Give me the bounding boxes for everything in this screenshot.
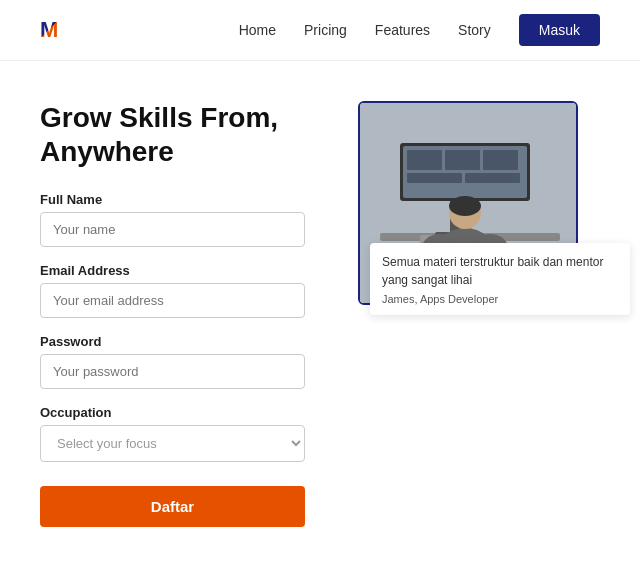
password-input[interactable] <box>40 354 305 389</box>
navbar: M Home Pricing Features Story Masuk <box>0 0 640 61</box>
hero-title: Grow Skills From,Anywhere <box>40 101 305 168</box>
testimonial-author: James, Apps Developer <box>382 293 618 305</box>
svg-rect-8 <box>483 150 518 170</box>
testimonial-text: Semua materi terstruktur baik dan mentor… <box>382 253 618 289</box>
email-group: Email Address <box>40 263 305 318</box>
masuk-button[interactable]: Masuk <box>519 14 600 46</box>
hero-title-bold: Grow Skills <box>40 102 193 133</box>
logo: M <box>40 17 60 43</box>
svg-rect-7 <box>445 150 480 170</box>
hero-form-area: Grow Skills From,Anywhere Full Name Emai… <box>40 101 305 527</box>
nav-features[interactable]: Features <box>375 22 430 38</box>
svg-rect-6 <box>407 150 442 170</box>
nav-links: Home Pricing Features Story Masuk <box>239 14 600 46</box>
password-label: Password <box>40 334 305 349</box>
occupation-label: Occupation <box>40 405 305 420</box>
logo-text: M <box>40 17 58 43</box>
full-name-label: Full Name <box>40 192 305 207</box>
full-name-input[interactable] <box>40 212 305 247</box>
nav-home[interactable]: Home <box>239 22 276 38</box>
email-label: Email Address <box>40 263 305 278</box>
testimonial-card: Semua materi terstruktur baik dan mentor… <box>370 243 630 315</box>
hero-section: Grow Skills From,Anywhere Full Name Emai… <box>0 61 640 581</box>
svg-rect-10 <box>465 173 520 183</box>
nav-story[interactable]: Story <box>458 22 491 38</box>
svg-point-14 <box>449 196 481 216</box>
email-input[interactable] <box>40 283 305 318</box>
svg-rect-9 <box>407 173 462 183</box>
nav-pricing[interactable]: Pricing <box>304 22 347 38</box>
hero-visual-area: Semua materi terstruktur baik dan mentor… <box>335 101 600 305</box>
full-name-group: Full Name <box>40 192 305 247</box>
occupation-select[interactable]: Select your focus Developer Designer Man… <box>40 425 305 462</box>
password-group: Password <box>40 334 305 389</box>
daftar-button[interactable]: Daftar <box>40 486 305 527</box>
occupation-group: Occupation Select your focus Developer D… <box>40 405 305 462</box>
